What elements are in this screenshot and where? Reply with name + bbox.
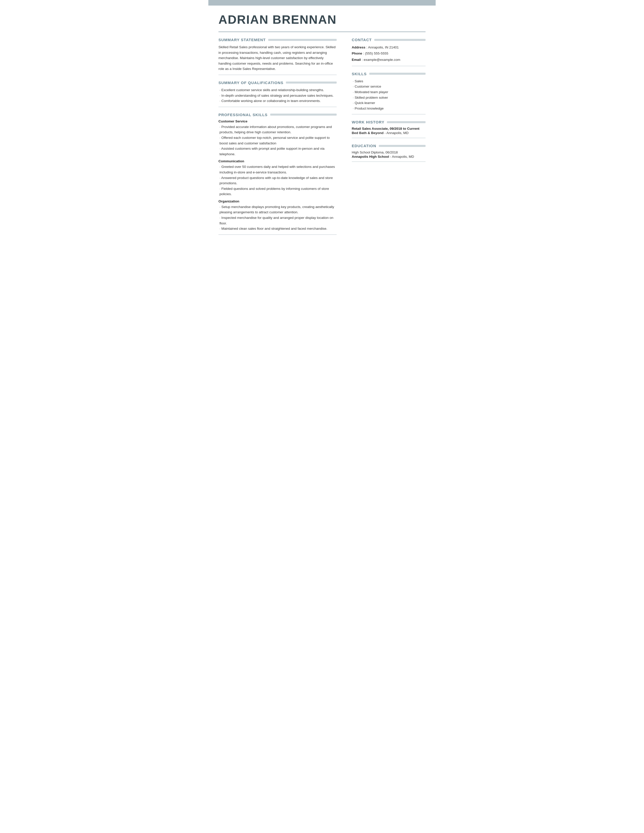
work-company: Bed Bath & Beyond - Annapolis, MD	[352, 131, 425, 135]
work-history-bar	[387, 121, 425, 123]
education-section: EDUCATION High School Diploma, 06/2018An…	[352, 144, 425, 162]
list-item: Provided accurate information about prom…	[219, 124, 336, 135]
header: ADRIAN BRENNAN	[208, 6, 436, 29]
summary-bar	[268, 39, 336, 41]
phone-label: Phone	[352, 51, 362, 55]
subsection-list: Setup merchandise displays promoting key…	[219, 204, 336, 232]
top-bar	[208, 0, 436, 6]
qualifications-list: Excellent customer service skills and re…	[219, 87, 336, 104]
email-value: example@example.com	[364, 58, 400, 61]
list-item: Assisted customers with prompt and polit…	[219, 146, 336, 157]
list-item: Offered each customer top-notch, persona…	[219, 135, 336, 146]
main-content: SUMMARY STATEMENT Skilled Retail Sales p…	[208, 32, 436, 235]
email-label: Email	[352, 58, 361, 61]
list-item: Fielded questions and solved problems by…	[219, 186, 336, 197]
summary-text: Skilled Retail Sales professional with t…	[219, 44, 336, 72]
professional-skills-section: PROFESSIONAL SKILLS Customer ServiceProv…	[219, 113, 336, 235]
subsection-title: Communication	[219, 159, 336, 163]
work-history-header: WORK HISTORY	[352, 120, 425, 124]
summary-title: SUMMARY STATEMENT	[219, 38, 266, 42]
qualification-item: Comfortable working alone or collaborati…	[219, 98, 336, 104]
professional-skills-header: PROFESSIONAL SKILLS	[219, 113, 336, 117]
qualifications-title: SUMMARY OF QUALIFICATIONS	[219, 80, 283, 85]
subsection-list: Provided accurate information about prom…	[219, 124, 336, 157]
list-item: Inspected merchandise for quality and ar…	[219, 215, 336, 226]
contact-bar	[374, 39, 425, 41]
list-item: Maintained clean sales floor and straigh…	[219, 226, 336, 232]
skills-section: SKILLS SalesCustomer serviceMotivated te…	[352, 72, 425, 114]
list-item: Setup merchandise displays promoting key…	[219, 204, 336, 215]
contact-address: Address : Annapolis, IN 21401	[352, 44, 425, 50]
qualification-item: Excellent customer service skills and re…	[219, 87, 336, 93]
qualifications-header: SUMMARY OF QUALIFICATIONS	[219, 80, 336, 85]
contact-section: CONTACT Address : Annapolis, IN 21401 Ph…	[352, 38, 425, 66]
phone-value: (555) 555-5555	[365, 51, 388, 55]
right-column: CONTACT Address : Annapolis, IN 21401 Ph…	[352, 32, 425, 235]
skills-list: SalesCustomer serviceMotivated team play…	[352, 79, 425, 111]
qualifications-section: SUMMARY OF QUALIFICATIONS Excellent cust…	[219, 80, 336, 107]
work-history-title: WORK HISTORY	[352, 120, 385, 124]
list-item: Answered product questions with up-to-da…	[219, 175, 336, 186]
work-history-container: Retail Sales Associate, 09/2018 to Curre…	[352, 127, 425, 135]
subsection-title: Customer Service	[219, 119, 336, 123]
contact-email: Email : example@example.com	[352, 57, 425, 63]
skill-item: Motivated team player	[353, 89, 425, 95]
education-bar	[379, 145, 425, 147]
skills-bar	[369, 73, 425, 75]
address-label: Address	[352, 45, 365, 49]
left-column: SUMMARY STATEMENT Skilled Retail Sales p…	[219, 32, 342, 235]
summary-section: SUMMARY STATEMENT Skilled Retail Sales p…	[219, 38, 336, 75]
skill-item: Sales	[353, 79, 425, 84]
edu-school: Annapolis High School - Annapolis, MD	[352, 155, 425, 159]
skills-title: SKILLS	[352, 72, 367, 76]
professional-skills-bar	[270, 114, 336, 116]
skill-item: Skilled problem solver	[353, 95, 425, 100]
qualification-item: In-depth understanding of sales strategy…	[219, 93, 336, 98]
email-colon: :	[362, 58, 364, 61]
work-role: Retail Sales Associate, 09/2018 to Curre…	[352, 127, 425, 130]
candidate-name: ADRIAN BRENNAN	[219, 13, 425, 26]
qualifications-bar	[286, 82, 336, 84]
list-item: Greeted over 50 customers daily and help…	[219, 164, 336, 175]
edu-degree: High School Diploma, 06/2018	[352, 150, 425, 154]
subsection-list: Greeted over 50 customers daily and help…	[219, 164, 336, 197]
contact-header: CONTACT	[352, 38, 425, 42]
subsection-title: Organization	[219, 199, 336, 203]
education-title: EDUCATION	[352, 144, 376, 148]
education-container: High School Diploma, 06/2018Annapolis Hi…	[352, 150, 425, 159]
skill-item: Customer service	[353, 84, 425, 89]
contact-phone: Phone : (555) 555-5555	[352, 50, 425, 56]
professional-skills-title: PROFESSIONAL SKILLS	[219, 113, 268, 117]
address-value: Annapolis, IN 21401	[368, 45, 399, 49]
summary-header: SUMMARY STATEMENT	[219, 38, 336, 42]
contact-title: CONTACT	[352, 38, 372, 42]
education-header: EDUCATION	[352, 144, 425, 148]
skill-item: Quick-learner	[353, 100, 425, 106]
professional-skills-container: Customer ServiceProvided accurate inform…	[219, 119, 336, 232]
skills-header: SKILLS	[352, 72, 425, 76]
skill-item: Product knowledge	[353, 106, 425, 111]
work-history-section: WORK HISTORY Retail Sales Associate, 09/…	[352, 120, 425, 138]
